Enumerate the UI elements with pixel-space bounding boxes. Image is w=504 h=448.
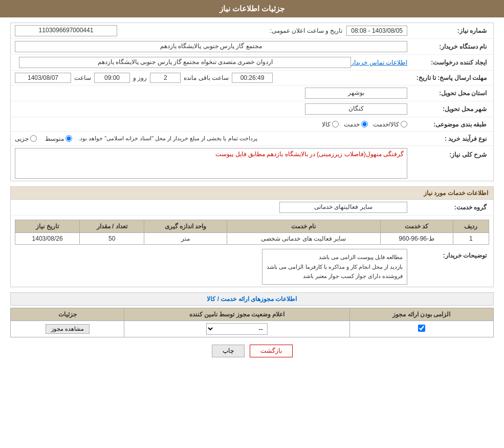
contact-link[interactable]: اطلاعات تماس خریدار <box>351 59 407 66</box>
category-radio-khedmat[interactable] <box>361 121 368 127</box>
permits-section: اطلاعات مجوزهای ارائه خدمت / کالا الزامی… <box>10 292 494 337</box>
city-row: شهر محل تحویل: کنگان <box>11 101 493 117</box>
category-option-khedmat: خدمت <box>344 121 368 128</box>
response-days: 2 <box>150 73 181 83</box>
col-quantity: تعداد / مقدار <box>80 220 144 233</box>
page-title: جزئیات اطلاعات نیاز <box>220 4 284 13</box>
remaining-label: ساعت باقی مانده <box>184 74 229 81</box>
buyer-org-value: مجتمع گاز پارس جنوبی پالایشگاه یازدهم <box>15 41 407 52</box>
category-radio-group: کالا خدمت کالا/خدمت <box>322 121 407 128</box>
permits-col-status: اعلام وضعیت مجوز توسط نامین کننده <box>124 308 350 321</box>
purchase-type-note: پرداخت تمام یا بخشی از مبلغ خریدار از مح… <box>78 135 257 142</box>
purchase-radio-motavaset[interactable] <box>65 135 72 142</box>
purchase-type-row: نوع فرآیند خرید : جزیی متوسط پرداخت تمام… <box>11 132 493 146</box>
services-table-wrapper: ردیف کد خدمت نام خدمت واحد اندازه گیری ت… <box>11 216 493 247</box>
response-date: 1403/08/07 <box>15 73 71 83</box>
permit-status-select[interactable]: -- <box>206 323 268 335</box>
response-deadline-row: مهلت ارسال پاسخ: تا تاریخ: 1403/08/07 سا… <box>11 71 493 86</box>
permits-title: اطلاعات مجوزهای ارائه خدمت / کالا <box>10 292 494 306</box>
description-value: گرفتگی منهول(فاصلاب زیرزمینی) در بالایشگ… <box>15 148 407 179</box>
col-row: ردیف <box>453 220 489 233</box>
permit-details-cell: مشاهده مجوز <box>11 321 124 337</box>
buyer-notes-label: توضیحات خریدار: <box>407 249 489 259</box>
permits-col-details: جزئیات <box>11 308 124 321</box>
purchase-type-motavaset: متوسط <box>45 135 72 142</box>
creator-value: اردوان خضری متصدی تنخواه مجتمع گاز پارس … <box>19 57 351 68</box>
request-number-row: شماره نیاز: 1103096697000441 تاریخ و ساع… <box>11 23 493 39</box>
permit-status-cell: -- <box>124 321 350 337</box>
services-section-title: اطلاعات خدمات مورد نیاز <box>11 187 493 200</box>
province-value: بوشهر <box>305 88 407 99</box>
col-date: تاریخ نیاز <box>15 220 80 233</box>
announce-date-value: 1403/08/05 - 08:08 <box>346 26 407 36</box>
services-section: اطلاعات خدمات مورد نیاز گروه خدمت: سایر … <box>10 186 494 287</box>
back-button[interactable]: بازگشت <box>250 345 293 357</box>
category-option-kala-khedmat: کالا/خدمت <box>373 121 407 128</box>
purchase-type-label: نوع فرآیند خرید : <box>407 135 489 142</box>
buyer-notes-value: مطالعه فایل پیوست الزامی می باشدبازدید ا… <box>262 249 407 285</box>
city-value: کنگان <box>305 103 407 115</box>
creator-label: ایجاد کننده درخواست: <box>407 59 489 66</box>
table-row: -- مشاهده مجوز <box>11 321 494 337</box>
request-number-value: 1103096697000441 <box>15 25 117 36</box>
announce-date-label: تاریخ و ساعت اعلان عمومی: <box>270 27 343 34</box>
category-radio-kala[interactable] <box>332 121 339 127</box>
services-table: ردیف کد خدمت نام خدمت واحد اندازه گیری ت… <box>15 220 489 245</box>
col-unit: واحد اندازه گیری <box>144 220 227 233</box>
permits-col-required: الزامی بودن ارائه مجوز <box>349 308 493 321</box>
category-radio-kala-khedmat[interactable] <box>401 121 407 127</box>
response-deadline-label: مهلت ارسال پاسخ: تا تاریخ: <box>407 74 489 81</box>
remaining-time: 00:26:49 <box>232 73 273 83</box>
permit-required-cell <box>349 321 493 337</box>
category-option-kala: کالا <box>322 121 339 128</box>
table-row: 1ط-96-96-960سایر فعالیت های خدماتی شخصیم… <box>15 233 489 245</box>
purchase-type-radio-group: جزیی متوسط <box>15 135 72 142</box>
purchase-type-jozi: جزیی <box>15 135 37 142</box>
buyer-org-row: نام دستگاه خریدار: مجتمع گاز پارس جنوبی … <box>11 39 493 55</box>
service-group-value: سایر فعالیتهای خدماتی <box>279 202 407 213</box>
service-group-label: گروه خدمت: <box>407 204 489 211</box>
permits-table: الزامی بودن ارائه مجوز اعلام وضعیت مجوز … <box>10 308 494 337</box>
view-permit-button[interactable]: مشاهده مجوز <box>46 324 90 334</box>
response-time: 09:00 <box>94 73 130 83</box>
description-label: شرح کلی نیاز: <box>407 148 489 158</box>
city-label: شهر محل تحویل: <box>407 105 489 113</box>
buyer-org-label: نام دستگاه خریدار: <box>407 43 489 50</box>
province-row: استان محل تحویل: بوشهر <box>11 86 493 101</box>
page-header: جزئیات اطلاعات نیاز <box>0 0 504 17</box>
purchase-radio-jozi[interactable] <box>30 135 37 142</box>
province-label: استان محل تحویل: <box>407 90 489 97</box>
buyer-notes-row: توضیحات خریدار: مطالعه فایل پیوست الزامی… <box>11 247 493 287</box>
response-time-label: ساعت <box>74 74 91 81</box>
response-days-label: روز و <box>133 74 147 81</box>
description-row: شرح کلی نیاز: گرفتگی منهول(فاصلاب زیرزمی… <box>11 146 493 181</box>
print-button[interactable]: چاپ <box>212 345 245 357</box>
main-form: شماره نیاز: 1103096697000441 تاریخ و ساع… <box>10 23 494 181</box>
category-row: طبقه بندی موضوعی: کالا خدمت کالا/خدمت <box>11 117 493 132</box>
col-name: نام خدمت <box>227 220 380 233</box>
category-label: طبقه بندی موضوعی: <box>407 121 489 128</box>
col-code: کد خدمت <box>380 220 453 233</box>
creator-row: ایجاد کننده درخواست: اردوان خضری متصدی ت… <box>11 55 493 71</box>
permit-required-checkbox[interactable] <box>418 325 425 332</box>
request-number-label: شماره نیاز: <box>407 27 489 34</box>
action-buttons: چاپ بازگشت <box>10 337 494 365</box>
service-group-row: گروه خدمت: سایر فعالیتهای خدماتی <box>11 200 493 216</box>
